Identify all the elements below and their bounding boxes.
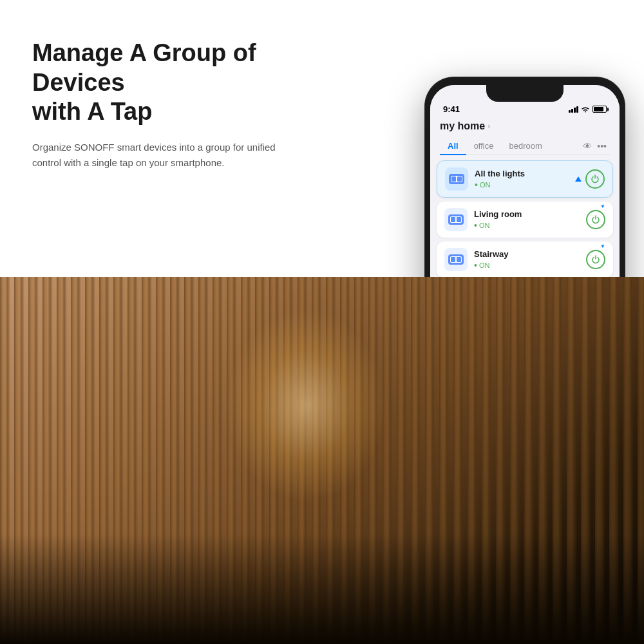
tabs-row: All office bedroom 👁 ••• <box>440 137 610 155</box>
app-header: my home › All office be <box>430 117 620 155</box>
power-button-all-lights[interactable] <box>585 169 605 189</box>
switch-icon-all-lights <box>449 174 464 184</box>
device-icon-living-room <box>444 208 468 231</box>
chevron-right-icon[interactable]: › <box>488 122 490 131</box>
device-card-all-lights[interactable]: All the lights ON <box>437 160 613 198</box>
main-title: Manage A Group of Devices with A Tap <box>32 39 354 127</box>
device-info-all-lights: All the lights ON <box>475 169 569 190</box>
device-card-living-room[interactable]: Living room ON ▼ <box>437 202 613 238</box>
house-interior-glow <box>225 309 386 502</box>
device-name-all-lights: All the lights <box>475 169 569 178</box>
card-right-stairway: ▼ <box>586 250 605 269</box>
power-icon-all-lights <box>591 175 600 184</box>
device-status-living-room: ON <box>474 220 580 231</box>
signal-bars-icon <box>569 106 578 113</box>
sort-triangle-icon <box>575 176 582 182</box>
wifi-icon <box>581 106 590 113</box>
eye-icon[interactable]: 👁 <box>583 141 592 151</box>
more-options-icon[interactable]: ••• <box>597 141 607 151</box>
switch-icon-stairway <box>448 254 464 265</box>
bottom-section <box>0 277 644 644</box>
tab-office[interactable]: office <box>466 137 502 155</box>
wifi-indicator-living-room: ▼ <box>600 204 605 209</box>
wifi-indicator-stairway: ▼ <box>600 243 605 249</box>
battery-icon <box>592 106 607 113</box>
device-icon-all-lights <box>445 167 468 191</box>
status-icons <box>569 106 607 113</box>
power-button-living-room[interactable] <box>586 210 605 229</box>
device-status-all-lights: ON <box>475 180 569 190</box>
device-name-living-room: Living room <box>474 209 580 219</box>
home-title-row: my home › <box>440 120 610 132</box>
home-title: my home <box>440 120 485 132</box>
device-card-stairway[interactable]: Stairway ON ▼ <box>437 242 613 278</box>
tab-all[interactable]: All <box>440 137 466 155</box>
device-icon-stairway <box>444 248 468 271</box>
power-icon-stairway <box>591 255 600 264</box>
phone-notch <box>486 85 564 102</box>
device-info-living-room: Living room ON <box>474 209 580 231</box>
tabs-actions: 👁 ••• <box>583 141 610 151</box>
top-section: Manage A Group of Devices with A Tap Org… <box>0 0 644 277</box>
device-status-stairway: ON <box>474 260 580 270</box>
left-content: Manage A Group of Devices with A Tap Org… <box>32 39 354 171</box>
device-name-stairway: Stairway <box>474 249 580 259</box>
tab-bedroom[interactable]: bedroom <box>501 137 549 155</box>
switch-icon-living-room <box>448 214 464 225</box>
battery-fill <box>594 107 603 111</box>
power-icon-living-room <box>591 215 600 224</box>
description-text: Organize SONOFF smart devices into a gro… <box>32 140 290 171</box>
power-button-stairway[interactable] <box>586 250 605 269</box>
device-info-stairway: Stairway ON <box>474 249 580 270</box>
card-right-all-lights <box>575 169 605 189</box>
page-wrapper: Manage A Group of Devices with A Tap Org… <box>0 0 644 644</box>
card-right-living-room: ▼ <box>586 210 605 229</box>
status-time: 9:41 <box>443 104 460 114</box>
